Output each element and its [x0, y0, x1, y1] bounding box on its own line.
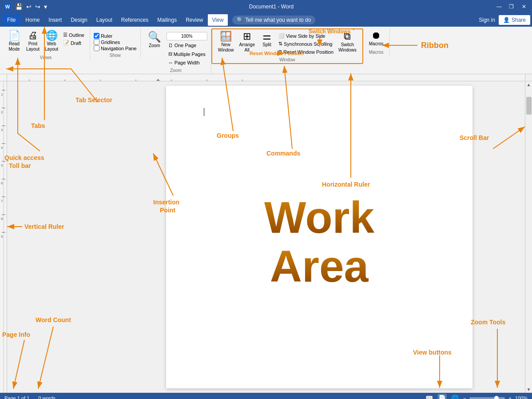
tell-me-input[interactable]: 🔍 Tell me what you want to do [232, 16, 315, 24]
share-label: Share [512, 17, 526, 23]
sync-scroll-icon: ⇅ [278, 41, 282, 47]
one-page-icon: 🗋 [168, 43, 173, 48]
split-icon: ⚌ [262, 32, 271, 41]
reset-window-button[interactable]: ⧉ Reset Window Position [277, 48, 335, 56]
reset-window-icon: ⧉ [278, 49, 282, 55]
view-side-by-side-button[interactable]: ⬜ View Side by Side [277, 32, 335, 40]
switch-windows-button[interactable]: ⧉ SwitchWindows [336, 30, 359, 54]
multiple-pages-button[interactable]: ⊟ Multiple Pages [167, 50, 207, 58]
page-width-button[interactable]: ↔ Page Width [167, 59, 207, 66]
scroll-up-button[interactable]: ▲ [526, 81, 532, 88]
save-button[interactable]: 💾 [14, 2, 24, 11]
multiple-pages-icon: ⊟ [168, 51, 172, 57]
sign-in-button[interactable]: Sign in [479, 17, 495, 23]
web-layout-icon: 🌐 [46, 31, 58, 40]
print-layout-label: PrintLayout [26, 41, 40, 52]
new-window-icon: 🪟 [220, 32, 232, 41]
nav-pane-check[interactable] [94, 45, 99, 51]
ruler-check[interactable] [94, 33, 99, 39]
views-group-content: 📄 ReadMode 🖨 PrintLayout 🌐 WebLayout [5, 29, 86, 53]
zoom-slider-thumb[interactable] [494, 396, 499, 399]
zoom-minus-button[interactable]: − [463, 395, 466, 399]
menu-mailings[interactable]: Mailings [153, 14, 181, 26]
reset-window-label: Reset Window Position [283, 49, 333, 55]
ribbon-group-window: 🪟 NewWindow ⊞ ArrangeAll ⚌ Split ⬜ View … [211, 28, 363, 64]
switch-windows-label: SwitchWindows [338, 42, 357, 53]
menu-design[interactable]: Design [66, 14, 91, 26]
show-group-content: Ruler Gridlines Navigation Pane [94, 29, 137, 51]
new-window-button[interactable]: 🪟 NewWindow [216, 30, 236, 54]
redo-button[interactable]: ↪ [34, 2, 41, 11]
menu-home[interactable]: Home [21, 14, 44, 26]
zoom-button[interactable]: 🔍 Zoom [144, 29, 165, 49]
gridlines-check[interactable] [94, 39, 99, 45]
read-mode-label: ReadMode [8, 41, 20, 52]
one-page-button[interactable]: 🗋 One Page [167, 42, 207, 49]
macros-group-label: Macros [369, 50, 384, 55]
zoom-group-content: 🔍 Zoom 100% 🗋 One Page ⊟ Multiple Pages [144, 29, 207, 66]
split-label: Split [262, 42, 271, 48]
new-window-label: NewWindow [218, 42, 234, 53]
horizontal-ruler: 1 2 3 4 5 6 7 [7, 74, 525, 81]
svg-text:9: 9 [1, 235, 3, 239]
print-view-button[interactable]: 📄 [437, 394, 447, 399]
word-count: 0 words [38, 395, 56, 399]
vertical-scrollbar[interactable]: ▲ ▼ [525, 81, 532, 393]
ruler-checkbox[interactable]: Ruler [94, 33, 137, 39]
svg-text:2: 2 [1, 110, 3, 114]
status-bar: Page 1 of 1 0 words 📖 📄 🌐 − + 100% [0, 393, 532, 399]
scroll-down-button[interactable]: ▼ [526, 386, 532, 393]
menu-layout[interactable]: Layout [92, 14, 117, 26]
undo-button[interactable]: ↩ [25, 2, 32, 11]
share-button[interactable]: 👤 Share [499, 15, 530, 25]
web-view-button[interactable]: 🌐 [450, 394, 460, 399]
ribbon: 📄 ReadMode 🖨 PrintLayout 🌐 WebLayout [0, 27, 532, 74]
close-button[interactable]: ✕ [520, 2, 528, 11]
arrange-all-button[interactable]: ⊞ ArrangeAll [237, 30, 257, 54]
document-page[interactable]: Work Area [166, 86, 472, 388]
menu-file[interactable]: File [2, 14, 21, 26]
ruler-label: Ruler [101, 33, 112, 39]
macros-button[interactable]: ⏺ Macros [367, 29, 386, 48]
read-mode-button[interactable]: 📄 ReadMode [5, 29, 23, 53]
split-button[interactable]: ⚌ Split [258, 30, 276, 49]
macros-group-content: ⏺ Macros [367, 29, 386, 48]
customize-button[interactable]: ▾ [43, 2, 48, 11]
page-width-icon: ↔ [168, 60, 173, 65]
views-group-label: Views [40, 55, 52, 60]
status-left: Page 1 of 1 0 words [4, 395, 56, 399]
switch-windows-icon: ⧉ [344, 32, 351, 41]
svg-text:8: 8 [1, 217, 3, 221]
zoom-100-button[interactable]: 100% [167, 32, 207, 40]
print-layout-icon: 🖨 [28, 31, 38, 40]
window-title: Document1 - Word [249, 4, 294, 10]
scroll-thumb[interactable] [526, 97, 532, 115]
menu-view[interactable]: View [208, 14, 228, 26]
restore-button[interactable]: ❐ [507, 2, 516, 11]
nav-pane-checkbox[interactable]: Navigation Pane [94, 45, 137, 51]
read-view-button[interactable]: 📖 [425, 394, 434, 399]
menu-references[interactable]: References [117, 14, 153, 26]
web-layout-button[interactable]: 🌐 WebLayout [43, 29, 60, 53]
sync-scrolling-button[interactable]: ⇅ Synchronous Scrolling [277, 40, 335, 48]
draft-button[interactable]: 📝 Draft [61, 39, 86, 47]
read-mode-icon: 📄 [8, 31, 20, 40]
nav-pane-label: Navigation Pane [101, 46, 137, 51]
outline-button[interactable]: ☰ Outline [61, 31, 86, 39]
sign-in-area: Sign in 👤 Share [479, 15, 530, 25]
document-area[interactable]: Work Area [7, 81, 525, 393]
zoom-group-label: Zoom [170, 68, 182, 73]
macros-label: Macros [369, 41, 384, 47]
outline-icon: ☰ [63, 32, 67, 38]
menu-insert[interactable]: Insert [44, 14, 66, 26]
zoom-plus-button[interactable]: + [508, 395, 511, 399]
minimize-button[interactable]: — [495, 2, 504, 11]
window-group-label: Window [279, 57, 295, 62]
web-layout-label: WebLayout [45, 41, 58, 52]
menu-review[interactable]: Review [181, 14, 207, 26]
gridlines-checkbox[interactable]: Gridlines [94, 39, 137, 45]
zoom-slider[interactable] [469, 397, 505, 399]
show-group-label: Show [110, 53, 121, 58]
ribbon-groups: 📄 ReadMode 🖨 PrintLayout 🌐 WebLayout [2, 28, 530, 74]
print-layout-button[interactable]: 🖨 PrintLayout [24, 29, 42, 53]
